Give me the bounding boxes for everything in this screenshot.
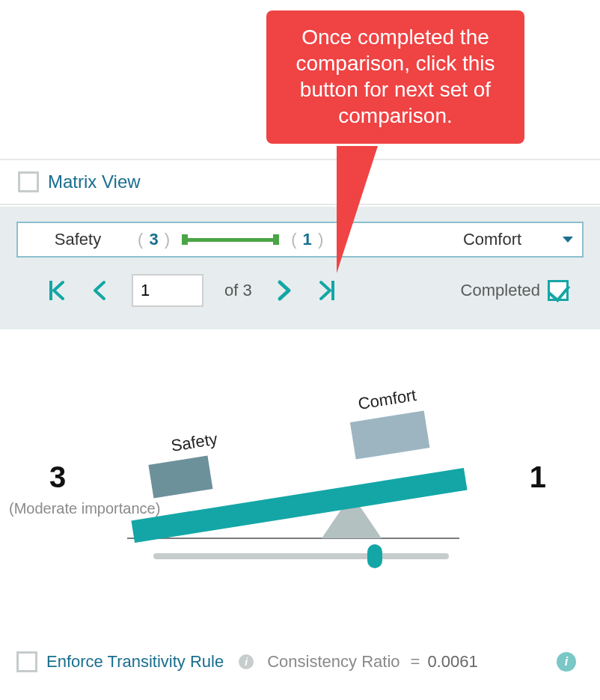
comparison-right-value: 1 [301, 230, 313, 249]
pager-row: of 3 Completed [45, 270, 585, 311]
comparison-left-name: Safety [18, 230, 138, 249]
seesaw-graphic: Safety Comfort [127, 378, 471, 573]
consistency-label: Consistency Ratio [267, 652, 400, 672]
importance-slider[interactable] [153, 549, 449, 562]
transitivity-checkbox[interactable] [16, 651, 37, 672]
callout-text: Once completed the comparison, click thi… [296, 25, 495, 127]
comparison-left-value-wrap: ( 3 ) [138, 230, 170, 249]
first-page-button[interactable] [45, 276, 67, 305]
footer-row: Enforce Transitivity Rule i Consistency … [16, 651, 584, 672]
info-icon[interactable]: i [557, 652, 576, 672]
comparison-selector[interactable]: Safety ( 3 ) ( 1 ) Comfort [16, 222, 584, 258]
matrix-view-checkbox[interactable] [18, 171, 39, 192]
slider-track [153, 553, 449, 559]
seesaw-right-label: Comfort [357, 386, 417, 413]
slider-thumb[interactable] [367, 544, 382, 568]
seesaw-right-number: 1 [530, 460, 546, 494]
transitivity-label: Enforce Transitivity Rule [46, 652, 224, 672]
instruction-callout: Once completed the comparison, click thi… [266, 10, 524, 144]
completed-checkbox[interactable] [548, 280, 569, 301]
page-of-label: of 3 [224, 281, 252, 300]
page-number-input[interactable] [132, 274, 203, 307]
matrix-view-row: Matrix View [0, 159, 600, 205]
comparison-left-value: 3 [147, 230, 159, 249]
svg-rect-3 [350, 411, 430, 460]
matrix-view-label: Matrix View [48, 171, 141, 192]
prev-page-button[interactable] [88, 276, 111, 305]
last-page-button[interactable] [316, 276, 339, 305]
equals-sign: = [411, 652, 420, 672]
seesaw-left-number: 3 [49, 460, 66, 494]
svg-rect-2 [148, 456, 212, 499]
comparison-right-name: Comfort [432, 230, 552, 249]
next-page-button[interactable] [273, 276, 296, 305]
completed-label: Completed [461, 281, 540, 300]
completed-status: Completed [461, 280, 585, 301]
chevron-down-icon [563, 237, 573, 243]
comparison-bar-indicator [182, 234, 279, 245]
info-icon[interactable]: i [239, 654, 254, 669]
seesaw-area: 3 1 (Moderate importance) Safety Comfort [0, 378, 600, 588]
consistency-value: 0.0061 [427, 652, 477, 672]
comparison-right-value-wrap: ( 1 ) [291, 230, 323, 249]
seesaw-left-label: Safety [170, 429, 219, 454]
